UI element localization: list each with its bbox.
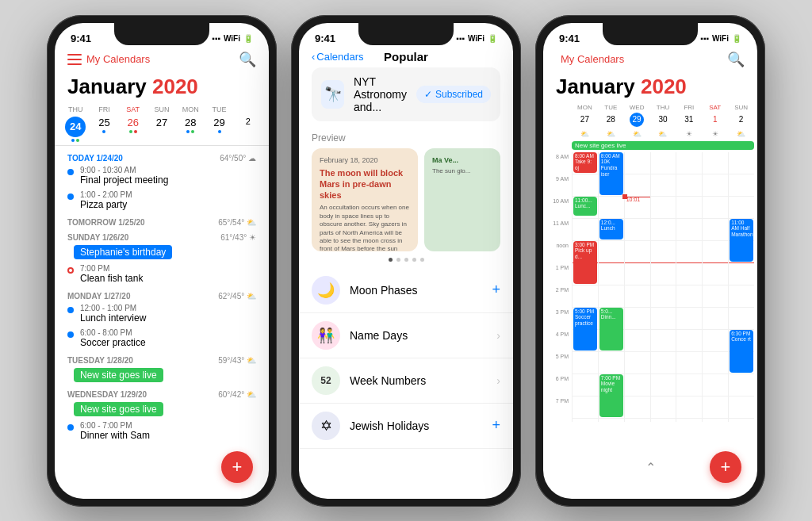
battery-icon: 🔋 bbox=[243, 34, 253, 43]
grid-date-28[interactable]: 28 bbox=[598, 115, 624, 124]
grid-day-tue: TUE bbox=[598, 104, 624, 111]
event-10k[interactable]: 8:00 AM 10K Fundra iser bbox=[599, 152, 623, 195]
col-sat bbox=[702, 152, 728, 422]
event-take[interactable]: 8:00 AM Take 9: oj bbox=[573, 152, 597, 173]
page-dot-4 bbox=[412, 258, 416, 262]
page-dots bbox=[299, 258, 513, 262]
event-soccer-mon[interactable]: 5:00 PM Soccer practice bbox=[573, 308, 597, 351]
date-30[interactable]: 2 bbox=[234, 117, 262, 142]
cal-name-days[interactable]: 👫 Name Days › bbox=[299, 313, 513, 358]
col-sun: 11:00 AM Half Marathon 6:30 PM Conce rt bbox=[728, 152, 754, 422]
add-moon-button[interactable]: + bbox=[492, 282, 500, 298]
event-site-wed: New site goes live bbox=[55, 400, 269, 418]
wifi-icon-2: WiFi bbox=[468, 34, 485, 43]
col-mon: 8:00 AM Take 9: oj 11:00... Lunc... 5:00… bbox=[572, 152, 598, 422]
day-wednesday: WEDNESDAY 1/29/20 60°/42° ⛅ bbox=[55, 385, 269, 400]
grid-date-27[interactable]: 27 bbox=[572, 115, 598, 124]
cal-jewish-holidays[interactable]: ✡ Jewish Holidays + bbox=[299, 404, 513, 449]
wifi-icon: WiFi bbox=[224, 34, 240, 43]
event-movie[interactable]: 7:00 PM Movie night bbox=[599, 374, 623, 417]
calendar-card: 🔭 NYT Astronomy and... ✓ Subscribed bbox=[312, 67, 500, 121]
grid-date-1[interactable]: 1 bbox=[702, 115, 728, 124]
event-site-tue: New site goes live bbox=[55, 366, 269, 384]
grid-date-2[interactable]: 2 bbox=[728, 115, 754, 124]
day-today: TODAY 1/24/20 64°/50° ☁ bbox=[55, 149, 269, 164]
weather-row: ⛅ ⛅ ⛅ ⛅ ☀ ☀ ⛅ bbox=[543, 130, 757, 138]
cal-week-numbers[interactable]: 52 Week Numbers › bbox=[299, 358, 513, 404]
event-lunch-tue[interactable]: 12:0... Lunch bbox=[599, 219, 623, 239]
event-soccer: 6:00 - 8:00 PM Soccer practice bbox=[55, 327, 269, 350]
nav-bar-3: My Calendars 🔍 bbox=[543, 48, 757, 73]
date-25[interactable]: 25 bbox=[90, 117, 118, 142]
grid-day-sun: SUN bbox=[728, 104, 754, 111]
month-title-1: January 2020 bbox=[55, 73, 269, 105]
date-24[interactable]: 24 bbox=[61, 117, 90, 142]
preview-card-side: Ma Ve... The sun glo... bbox=[424, 148, 500, 251]
phone-1-notch bbox=[114, 23, 209, 45]
status-icons-2: ▪▪▪ WiFi 🔋 bbox=[456, 34, 497, 43]
phone-3-notch bbox=[603, 23, 698, 45]
event-list-1[interactable]: TODAY 1/24/20 64°/50° ☁ 9:00 - 10:30 AM … bbox=[55, 149, 269, 450]
add-jewish-button[interactable]: + bbox=[492, 417, 500, 434]
grid-day-thu: THU bbox=[650, 104, 676, 111]
grid-day-fri: FRI bbox=[676, 104, 702, 111]
wifi-icon-3: WiFi bbox=[712, 34, 729, 43]
day-fri: FRI bbox=[90, 105, 118, 113]
grid-date-30[interactable]: 30 bbox=[650, 115, 676, 124]
date-27[interactable]: 27 bbox=[147, 117, 176, 142]
event-lunch-mon[interactable]: 11:00... Lunc... bbox=[573, 197, 597, 216]
day-columns: 8:00 AM Take 9: oj 11:00... Lunc... 5:00… bbox=[572, 152, 754, 422]
week-grid-header: MON TUE WED THU FRI SAT SUN bbox=[543, 104, 757, 111]
week-numbers-icon: 52 bbox=[312, 366, 340, 395]
search-icon-3[interactable]: 🔍 bbox=[727, 51, 745, 68]
signal-icon-3: ▪▪▪ bbox=[700, 34, 709, 43]
event-pickup[interactable]: 3:00 PM Pick up d... bbox=[573, 241, 597, 284]
event-birthday: Stephanie's birthday bbox=[55, 243, 269, 261]
day-extra bbox=[234, 105, 262, 113]
date-26[interactable]: 26 bbox=[119, 117, 147, 142]
phone-1: 9:41 ▪▪▪ WiFi 🔋 My Calendars 🔍 bbox=[47, 15, 277, 507]
status-time-3: 9:41 bbox=[559, 33, 580, 44]
event-half-marathon[interactable]: 11:00 AM Half Marathon bbox=[730, 219, 753, 262]
add-event-button[interactable]: + bbox=[221, 451, 253, 483]
calendar-name: NYT Astronomy and... bbox=[354, 75, 407, 113]
preview-label: Preview bbox=[299, 131, 513, 148]
status-icons-1: ▪▪▪ WiFi 🔋 bbox=[212, 34, 253, 43]
phone-2-screen: 9:41 ▪▪▪ WiFi 🔋 ‹ Calendars Popular 🔭 bbox=[299, 23, 513, 499]
add-event-button-3[interactable]: + bbox=[710, 451, 741, 483]
event-concert[interactable]: 6:30 PM Conce rt bbox=[730, 330, 753, 373]
nav-title-2: Popular bbox=[384, 50, 428, 63]
grid-day-sat: SAT bbox=[702, 104, 728, 111]
grid-date-31[interactable]: 31 bbox=[676, 115, 702, 124]
menu-icon[interactable] bbox=[67, 54, 82, 65]
phone-1-screen: 9:41 ▪▪▪ WiFi 🔋 My Calendars 🔍 bbox=[55, 23, 269, 499]
event-dinner: 6:00 - 7:00 PM Dinner with Sam bbox=[55, 419, 269, 442]
date-28[interactable]: 28 bbox=[176, 117, 205, 142]
chevron-right-icon: › bbox=[496, 329, 500, 342]
event-dot bbox=[67, 424, 74, 431]
event-dinner-tue[interactable]: 5:0... Dinn... bbox=[599, 308, 623, 351]
week-dates-1: 24 25 26 bbox=[55, 117, 269, 142]
subscribed-button[interactable]: ✓ Subscribed bbox=[416, 86, 491, 103]
status-icons-3: ▪▪▪ WiFi 🔋 bbox=[700, 34, 741, 43]
page-dot-3 bbox=[404, 258, 408, 262]
cal-moon-phases[interactable]: 🌙 Moon Phases + bbox=[299, 268, 513, 313]
col-fri bbox=[676, 152, 702, 422]
week-header-1: THU FRI SAT SUN MON TUE bbox=[55, 105, 269, 113]
grid-date-29[interactable]: 29 bbox=[630, 113, 644, 127]
page-dot-2 bbox=[396, 258, 400, 262]
day-sat: SAT bbox=[119, 105, 147, 113]
search-icon[interactable]: 🔍 bbox=[239, 51, 256, 68]
back-button[interactable]: ‹ Calendars bbox=[312, 51, 364, 63]
astronomy-icon: 🔭 bbox=[321, 80, 344, 109]
signal-icon: ▪▪▪ bbox=[212, 34, 220, 43]
day-thu: THU bbox=[61, 105, 90, 113]
day-tuesday: TUESDAY 1/28/20 59°/43° ⛅ bbox=[55, 351, 269, 366]
date-29[interactable]: 29 bbox=[205, 117, 233, 142]
time-grid[interactable]: 8 AM 9 AM 10 AM 11 AM noon 1 PM 2 PM 3 P… bbox=[543, 152, 757, 422]
week-grid-dates: 27 28 29 30 31 1 2 bbox=[543, 113, 757, 127]
event-dot bbox=[67, 307, 74, 313]
nav-title-1: My Calendars bbox=[67, 53, 150, 65]
name-days-icon: 👫 bbox=[312, 321, 340, 350]
nav-title-3: My Calendars bbox=[556, 53, 624, 65]
